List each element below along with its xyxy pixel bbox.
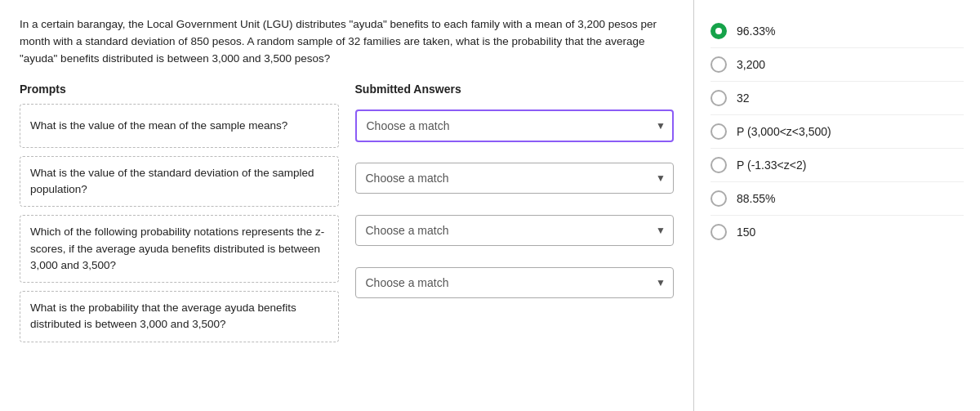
radio-button-1[interactable] [710, 23, 727, 39]
sidebar-option-2[interactable]: 3,200 [710, 48, 964, 82]
prompt-text-1: What is the value of the mean of the sam… [30, 118, 287, 134]
sidebar-label-4: P (3,000<z<3,500) [737, 125, 831, 138]
choose-match-select-1[interactable]: Choose a match [355, 109, 675, 142]
problem-text: In a certain barangay, the Local Governm… [20, 16, 674, 68]
sidebar-label-6: 88.55% [737, 192, 775, 205]
sidebar-option-3[interactable]: 32 [710, 82, 964, 115]
sidebar-label-2: 3,200 [737, 58, 765, 71]
sidebar-option-7[interactable]: 150 [710, 216, 964, 248]
answer-row-2: Choose a match ▼ [355, 156, 675, 200]
prompt-text-3: Which of the following probability notat… [30, 224, 328, 274]
prompts-column: Prompts What is the value of the mean of… [20, 83, 339, 351]
select-wrapper-2: Choose a match ▼ [355, 163, 675, 194]
sidebar-label-5: P (-1.33<z<2) [737, 159, 806, 172]
prompt-row-1: What is the value of the mean of the sam… [20, 104, 339, 148]
columns-layout: Prompts What is the value of the mean of… [20, 83, 674, 351]
radio-button-3[interactable] [710, 90, 727, 106]
choose-match-select-4[interactable]: Choose a match [355, 267, 675, 298]
prompt-row-3: Which of the following probability notat… [20, 215, 339, 283]
sidebar-label-7: 150 [737, 226, 755, 239]
radio-button-4[interactable] [710, 123, 727, 140]
select-wrapper-1: Choose a match ▼ [355, 109, 675, 142]
prompts-header: Prompts [20, 83, 339, 96]
sidebar-label-1: 96.33% [737, 25, 775, 38]
prompt-row-2: What is the value of the standard deviat… [20, 156, 339, 208]
prompt-row-4: What is the probability that the average… [20, 291, 339, 342]
main-content: In a certain barangay, the Local Governm… [0, 0, 694, 411]
sidebar: 96.33% 3,200 32 P (3,000<z<3,500) P (-1.… [694, 0, 980, 411]
answers-header: Submitted Answers [355, 83, 675, 96]
choose-match-select-2[interactable]: Choose a match [355, 163, 675, 194]
answers-column: Submitted Answers Choose a match ▼ Choos… [355, 83, 675, 351]
radio-button-5[interactable] [710, 157, 727, 173]
select-wrapper-4: Choose a match ▼ [355, 267, 675, 298]
radio-button-6[interactable] [710, 190, 727, 207]
sidebar-label-3: 32 [737, 92, 750, 105]
choose-match-select-3[interactable]: Choose a match [355, 215, 675, 246]
sidebar-option-5[interactable]: P (-1.33<z<2) [710, 149, 964, 182]
radio-button-2[interactable] [710, 56, 727, 73]
radio-button-7[interactable] [710, 224, 727, 240]
answer-row-1: Choose a match ▼ [355, 104, 675, 148]
sidebar-option-1[interactable]: 96.33% [710, 15, 964, 48]
answer-row-3: Choose a match ▼ [355, 208, 675, 252]
prompt-text-2: What is the value of the standard deviat… [30, 165, 328, 199]
select-wrapper-3: Choose a match ▼ [355, 215, 675, 246]
sidebar-option-6[interactable]: 88.55% [710, 182, 964, 216]
sidebar-option-4[interactable]: P (3,000<z<3,500) [710, 115, 964, 149]
answer-row-4: Choose a match ▼ [355, 261, 675, 305]
prompt-text-4: What is the probability that the average… [30, 300, 328, 333]
